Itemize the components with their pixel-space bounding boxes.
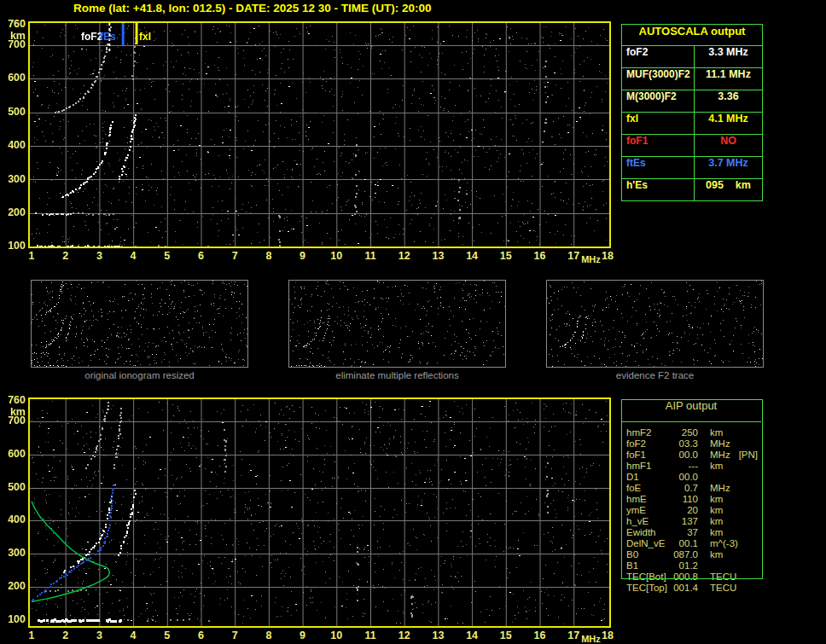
thumbnail-eliminate-caption: eliminate multiple reflections: [288, 370, 506, 380]
autoscala-output-table: AUTOSCALA output foF23.3 MHzMUF(3000)F21…: [621, 24, 763, 201]
autoscala-row-label: MUF(3000)F2: [622, 68, 694, 90]
aip-row-unit: m^(-3): [698, 538, 738, 549]
y-axis-label: 200: [0, 580, 26, 592]
aip-table-row: Ewidth37km: [621, 527, 761, 538]
x-axis-label: 7: [225, 629, 244, 641]
aip-table-row: hmF1---km: [621, 461, 761, 472]
aip-row-value: 000.8: [669, 571, 698, 583]
aip-table-row: TEC[Top]001.4TECU: [621, 583, 761, 594]
aip-table-row: B101.2: [621, 560, 761, 571]
x-axis-label: 1: [22, 250, 41, 262]
x-axis-label: 9: [294, 629, 312, 641]
x-axis-label: 18: [598, 250, 617, 262]
aip-row-name: ymE: [621, 505, 669, 516]
autoscala-row-value: NO: [694, 135, 762, 156]
x-axis-label: 18: [598, 629, 617, 641]
aip-row-unit: MHz: [698, 483, 730, 494]
x-axis-label: 3: [90, 250, 108, 262]
aip-table-row: foF203.3MHz: [621, 438, 761, 450]
x-axis-label: 2: [56, 250, 75, 262]
thumbnail-evidence-canvas: [547, 281, 763, 367]
aip-row-unit: MHz: [698, 450, 730, 461]
aip-row-name: TEC[Bot]: [621, 571, 669, 583]
aip-table-row: B0087.0km: [621, 549, 761, 560]
x-axis-label: 15: [497, 250, 515, 262]
autoscala-row-label: fxI: [622, 113, 694, 134]
y-axis-label: 600: [0, 72, 26, 84]
y-axis-label: 300: [0, 173, 26, 185]
thumbnail-original-caption: original ionogram resized: [31, 370, 248, 380]
y-axis-label: 700: [0, 38, 26, 50]
aip-row-name: foE: [621, 483, 669, 494]
aip-row-unit: km: [698, 527, 723, 538]
aip-row-value: 03.3: [669, 438, 698, 450]
autoscala-table-row: fxI4.1 MHz: [622, 112, 762, 134]
autoscala-row-label: foF2: [622, 46, 694, 67]
aip-row-value: 00.0: [669, 450, 698, 461]
aip-row-name: D1: [621, 472, 669, 483]
y-axis-label: 600: [0, 448, 26, 460]
x-axis-label: 15: [497, 629, 515, 641]
aip-row-unit: [698, 560, 710, 571]
autoscala-table-row: M(3000)F23.36: [622, 90, 762, 112]
x-axis-label: 9: [294, 250, 312, 262]
aip-row-value: 00.0: [669, 472, 698, 483]
x-axis-label: 2: [56, 629, 75, 641]
autoscala-table-header: AUTOSCALA output: [622, 25, 762, 45]
aip-row-name: hmE: [621, 494, 669, 505]
x-axis-label: 7: [225, 250, 244, 262]
aip-table-row: hmF2250km: [621, 427, 761, 438]
autoscala-row-value: 4.1 MHz: [694, 113, 762, 134]
x-axis-unit-label: MHz: [581, 254, 601, 264]
x-axis-label: 16: [531, 250, 550, 262]
autoscala-row-label: foF1: [622, 135, 694, 156]
y-axis-label: 500: [0, 106, 26, 118]
aip-row-value: 087.0: [669, 549, 698, 560]
autoscala-table-row: foF23.3 MHz: [622, 45, 762, 67]
y-axis-label: 500: [0, 481, 26, 493]
x-axis-label: 14: [462, 629, 481, 641]
top-ionogram-canvas: [28, 21, 611, 248]
aip-row-unit: MHz: [698, 438, 730, 450]
x-axis-label: 5: [158, 629, 177, 641]
aip-row-unit: [698, 472, 710, 483]
aip-row-value: 20: [669, 505, 698, 516]
y-axis-label: 400: [0, 513, 26, 525]
aip-row-name: foF1: [621, 450, 669, 461]
aip-table-row: h_vE137km: [621, 516, 761, 527]
page-title: Rome (lat: +41.8, lon: 012.5) - DATE: 20…: [73, 2, 432, 15]
x-axis-label: 13: [428, 250, 447, 262]
x-axis-label: 8: [259, 629, 278, 641]
aip-table-row: D100.0: [621, 472, 761, 483]
aip-row-unit: km: [698, 505, 723, 516]
aip-table-row: ymE20km: [621, 505, 761, 516]
thumbnail-eliminate-canvas: [289, 281, 505, 367]
fes-label: fEs: [100, 31, 116, 43]
aip-row-unit: km: [698, 516, 723, 527]
aip-row-value: ---: [669, 461, 698, 472]
y-axis-label: 100: [0, 613, 26, 625]
x-axis-label: 8: [259, 250, 278, 262]
aip-row-name: h_vE: [621, 516, 669, 527]
x-axis-label: 1: [22, 629, 41, 641]
aip-row-value: 00.1: [669, 538, 698, 549]
x-axis-label: 13: [428, 629, 447, 641]
autoscala-table-row: MUF(3000)F211.1 MHz: [622, 67, 762, 90]
aip-row-name: DelN_vE: [621, 538, 669, 549]
x-axis-label: 6: [192, 629, 211, 641]
y-axis-label: 400: [0, 139, 26, 151]
x-axis-label: 16: [531, 629, 550, 641]
aip-row-value: 137: [669, 516, 698, 527]
aip-row-unit: km: [698, 549, 723, 560]
aip-row-name: hmF2: [621, 427, 669, 438]
x-axis-label: 10: [327, 250, 346, 262]
thumbnail-evidence-f2: [546, 280, 764, 368]
autoscala-row-label: ftEs: [622, 157, 694, 178]
aip-output-table: hmF2250kmfoF203.3MHzfoF100.0MHz[PN]hmF1-…: [621, 427, 761, 594]
aip-row-unit: TECU: [698, 583, 736, 594]
autoscala-table-row: h'Es095 km: [622, 178, 762, 200]
x-axis-label: 17: [564, 250, 583, 262]
aip-row-unit: km: [698, 494, 723, 505]
autoscala-row-value: 3.36: [694, 90, 762, 112]
aip-row-unit: TECU: [698, 571, 736, 583]
